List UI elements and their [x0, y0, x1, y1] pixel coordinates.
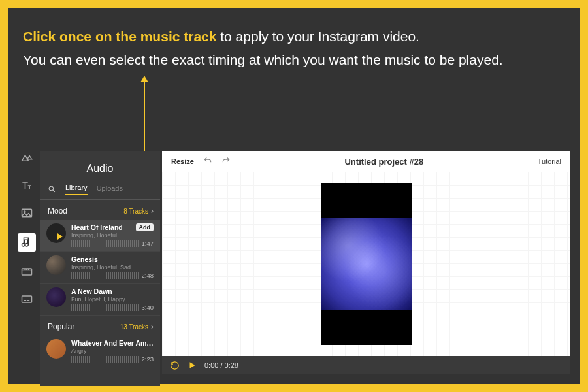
playback-time: 0:00 / 0:28	[204, 361, 238, 369]
section-mood-header[interactable]: Mood 8 Tracks›	[40, 200, 160, 220]
editor-canvas[interactable]	[162, 172, 570, 356]
tab-library[interactable]: Library	[65, 184, 88, 195]
tutorial-link[interactable]: Tutorial	[538, 157, 561, 165]
left-tool-rail	[14, 151, 40, 306]
audio-tabs: Library Uploads	[40, 184, 160, 200]
track-name: Whatever And Ever Amen	[71, 339, 154, 347]
chevron-right-icon: ›	[151, 206, 154, 216]
tab-uploads[interactable]: Uploads	[97, 184, 123, 195]
resize-button[interactable]: Resize	[171, 157, 194, 165]
video-icon[interactable]	[20, 265, 34, 279]
svg-rect-3	[22, 296, 32, 302]
editor-toolbar: Resize Untitled project #28 Tutorial	[162, 151, 570, 172]
track-row[interactable]: Whatever And Ever Amen Angry 2:23	[40, 335, 160, 367]
track-duration: 3:40	[142, 304, 154, 311]
video-frame[interactable]	[321, 183, 412, 345]
instruction-line2: You can even select the exact timing at …	[23, 52, 503, 67]
add-button[interactable]: Add	[136, 223, 154, 231]
track-name: Genesis	[71, 255, 154, 263]
instruction-text: Click once on the music track to apply t…	[23, 25, 565, 71]
track-tags: Inspiring, Hopeful, Sad	[71, 264, 154, 270]
instruction-bold: Click once on the music track	[23, 29, 216, 44]
captions-icon[interactable]	[20, 292, 34, 306]
text-icon[interactable]	[20, 178, 34, 193]
redo-icon[interactable]	[221, 156, 231, 167]
track-duration: 2:48	[142, 272, 154, 279]
track-thumb[interactable]	[46, 255, 66, 275]
playback-bar: 0:00 / 0:28	[162, 356, 570, 374]
section-name: Popular	[48, 322, 74, 331]
image-icon[interactable]	[20, 206, 34, 220]
instruction-rest: to apply to your Instagram video.	[216, 29, 419, 44]
track-thumb-play-icon[interactable]	[46, 223, 66, 243]
undo-icon[interactable]	[203, 156, 212, 167]
track-tags: Inspiring, Hopeful	[71, 232, 154, 238]
track-row[interactable]: Heart Of Ireland Inspiring, Hopeful Add …	[40, 220, 160, 252]
track-row[interactable]: Genesis Inspiring, Hopeful, Sad 2:48	[40, 252, 160, 284]
track-name: A New Dawn	[71, 287, 154, 295]
section-popular-header[interactable]: Popular 13 Tracks›	[40, 316, 160, 335]
search-icon[interactable]	[48, 185, 56, 195]
track-thumb[interactable]	[46, 287, 66, 307]
editor-pane: Resize Untitled project #28 Tutorial 0:0…	[162, 151, 570, 374]
track-tags: Fun, Hopeful, Happy	[71, 296, 154, 302]
track-thumb[interactable]	[46, 339, 66, 359]
track-tags: Angry	[71, 348, 154, 354]
track-duration: 1:47	[142, 240, 154, 247]
section-count: 13 Tracks›	[120, 322, 154, 331]
rewind-icon[interactable]	[170, 361, 180, 370]
project-title[interactable]: Untitled project #28	[344, 157, 423, 167]
section-count: 8 Tracks›	[123, 206, 154, 216]
svg-point-4	[49, 186, 54, 191]
track-duration: 2:23	[142, 355, 154, 363]
audio-panel: Audio Library Uploads Mood 8 Tracks› Hea…	[40, 151, 160, 386]
section-name: Mood	[48, 206, 67, 216]
play-icon[interactable]	[188, 361, 197, 370]
chevron-right-icon: ›	[151, 322, 154, 331]
video-thumbnail	[321, 218, 412, 310]
audio-icon[interactable]	[18, 233, 36, 252]
panel-title: Audio	[40, 151, 160, 184]
svg-rect-2	[22, 269, 32, 275]
track-row[interactable]: A New Dawn Fun, Hopeful, Happy 3:40	[40, 284, 160, 316]
design-icon[interactable]	[20, 151, 34, 165]
